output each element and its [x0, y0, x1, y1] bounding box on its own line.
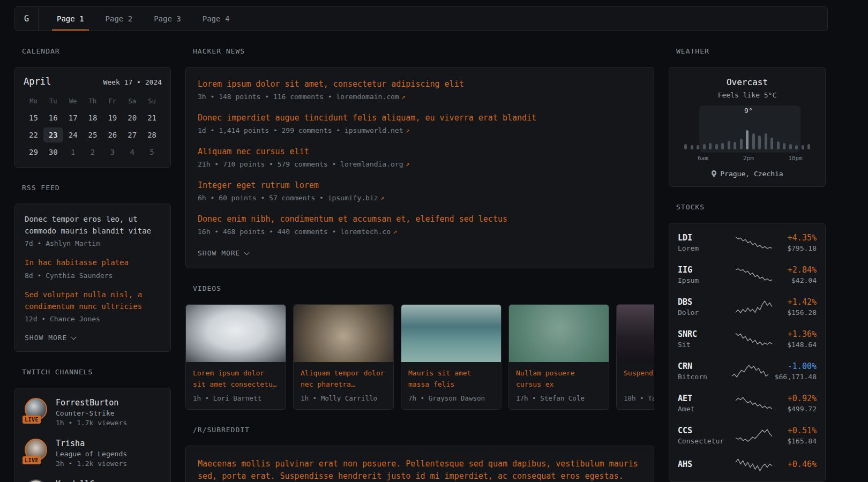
stock-symbol: IIG — [678, 265, 729, 275]
video-title-link[interactable]: Suspendisse diam — [624, 368, 654, 390]
calendar-day[interactable]: 29 — [24, 145, 43, 160]
rss-item-meta: 7d • Ashlyn Martin — [25, 239, 161, 247]
hn-item-link[interactable]: Aliquam nec cursus elit — [198, 147, 642, 156]
video-thumbnail[interactable] — [401, 305, 501, 362]
hn-item-link[interactable]: Donec enim nibh, condimentum et accumsan… — [198, 214, 642, 224]
stock-sparkline — [735, 458, 773, 472]
calendar-day[interactable]: 23 — [43, 127, 63, 142]
stock-row[interactable]: LDILorem +4.35%$795.18 — [669, 227, 825, 259]
tab-page-1[interactable]: Page 1 — [52, 7, 89, 31]
calendar-day[interactable]: 30 — [43, 145, 63, 160]
video-meta: 1h • Lori Barnett — [193, 394, 279, 402]
calendar-day[interactable]: 20 — [122, 110, 142, 125]
calendar-day-header: Su — [142, 94, 162, 108]
subreddit-post-link[interactable]: Maecenas mollis pulvinar erat non posuer… — [198, 458, 642, 482]
video-meta: 18h • Tara — [624, 394, 654, 402]
calendar-day[interactable]: 27 — [122, 127, 142, 142]
video-title-link[interactable]: Lorem ipsum dolor sit amet consectetu… — [193, 368, 279, 390]
video-thumbnail[interactable] — [186, 305, 286, 362]
stock-sparkline — [735, 428, 773, 442]
channel-name[interactable]: Trisha — [56, 439, 127, 448]
calendar-day[interactable]: 15 — [24, 110, 43, 125]
weather-time-label: 2pm — [743, 155, 754, 162]
stock-row[interactable]: CCSConsectetur +0.51%$165.84 — [669, 419, 825, 451]
channel-name[interactable]: KendallCarr — [56, 479, 109, 482]
hn-item: Donec enim nibh, condimentum et accumsan… — [198, 214, 642, 236]
twitch-channel-item[interactable]: KendallCarr — [25, 479, 161, 482]
stock-price: $42.04 — [788, 276, 817, 284]
stock-row[interactable]: CRNBitcorn -1.00%$66,171.48 — [669, 355, 825, 387]
hn-item-meta: 21h • 710 points • 579 comments • loreml… — [198, 160, 642, 168]
stock-change: +4.35% — [787, 233, 817, 243]
weather-hour-bar — [721, 143, 724, 149]
hn-item-link[interactable]: Integer eget rutrum lorem — [198, 180, 642, 190]
rss-item: Donec tempor eros leo, ut commodo mauris… — [25, 214, 161, 247]
stock-change: +1.36% — [787, 329, 817, 339]
stock-price: $795.18 — [787, 244, 817, 252]
chevron-down-icon — [244, 250, 250, 255]
stock-name: Ipsum — [678, 276, 729, 284]
video-title-link[interactable]: Nullam posuere cursus ex — [516, 368, 602, 390]
tab-page-2[interactable]: Page 2 — [101, 7, 138, 31]
video-card[interactable]: Suspendisse diam 18h • Tara — [616, 304, 654, 410]
external-link-icon[interactable]: ↗ — [406, 160, 410, 168]
rss-show-more-button[interactable]: SHOW MORE — [25, 333, 76, 343]
external-link-icon[interactable]: ↗ — [406, 126, 410, 134]
videos-row: Lorem ipsum dolor sit amet consectetu… 1… — [185, 304, 654, 410]
twitch-channel-item[interactable]: LIVE Trisha League of Legends 3h • 1.2k … — [25, 439, 161, 468]
hn-item: Aliquam nec cursus elit 21h • 710 points… — [198, 147, 642, 168]
rss-item-meta: 12d • Chance Jones — [25, 315, 161, 323]
calendar-day[interactable]: 18 — [83, 110, 103, 125]
stock-row[interactable]: SNRCSit +1.36%$148.64 — [669, 323, 825, 355]
video-title-link[interactable]: Aliquam tempor dolor nec pharetra… — [301, 368, 386, 390]
weather-peak-temp: 9° — [744, 107, 753, 115]
video-card[interactable]: Mauris sit amet massa felis 7h • Grayson… — [401, 304, 502, 410]
external-link-icon[interactable]: ↗ — [401, 93, 406, 101]
calendar-day[interactable]: 1 — [63, 145, 83, 160]
channel-name[interactable]: ForrestBurton — [56, 398, 127, 408]
stock-row[interactable]: IIGIpsum +2.84%$42.04 — [669, 259, 825, 291]
calendar-day[interactable]: 17 — [63, 110, 83, 125]
hn-item-link[interactable]: Lorem ipsum dolor sit amet, consectetur … — [198, 79, 642, 89]
stock-row[interactable]: AHS +0.46% — [669, 451, 825, 478]
video-thumbnail[interactable] — [617, 305, 654, 362]
calendar-day[interactable]: 16 — [43, 110, 63, 125]
hn-item-link[interactable]: Donec imperdiet augue tincidunt felis al… — [198, 113, 642, 123]
video-card[interactable]: Aliquam tempor dolor nec pharetra… 1h • … — [293, 304, 394, 410]
tab-page-3[interactable]: Page 3 — [149, 7, 186, 31]
tab-page-4[interactable]: Page 4 — [198, 7, 235, 31]
calendar-day[interactable]: 3 — [102, 145, 122, 160]
stock-row[interactable]: AETAmet +0.92%$499.72 — [669, 387, 825, 419]
stock-name: Lorem — [678, 244, 729, 252]
calendar-day[interactable]: 19 — [102, 110, 122, 125]
external-link-icon[interactable]: ↗ — [393, 228, 397, 236]
section-title-weather: WEATHER — [676, 47, 826, 55]
video-card[interactable]: Lorem ipsum dolor sit amet consectetu… 1… — [185, 304, 286, 410]
video-thumbnail[interactable] — [294, 305, 393, 362]
weather-time-label: 6am — [698, 155, 708, 162]
calendar-day[interactable]: 26 — [102, 127, 122, 142]
calendar-day[interactable]: 5 — [142, 145, 162, 160]
calendar-day[interactable]: 25 — [83, 127, 103, 142]
calendar-day[interactable]: 24 — [63, 127, 83, 142]
calendar-day[interactable]: 4 — [122, 145, 142, 160]
video-card[interactable]: Nullam posuere cursus ex 17h • Stefan Co… — [508, 304, 609, 410]
stock-sparkline — [735, 300, 773, 314]
hackernews-card: Lorem ipsum dolor sit amet, consectetur … — [185, 67, 654, 268]
calendar-day[interactable]: 2 — [83, 145, 103, 160]
hn-meta-text: 1d • 1,414 points • 299 comments • ipsum… — [198, 126, 403, 134]
stock-row[interactable]: DBSDolor +1.42%$156.28 — [669, 291, 825, 323]
external-link-icon[interactable]: ↗ — [380, 194, 385, 202]
rss-item-link[interactable]: In hac habitasse platea — [25, 257, 161, 269]
rss-item-link[interactable]: Sed volutpat nulla nisl, a condimentum n… — [25, 289, 161, 312]
video-title-link[interactable]: Mauris sit amet massa felis — [408, 368, 494, 390]
calendar-day[interactable]: 28 — [142, 127, 162, 142]
video-thumbnail[interactable] — [509, 305, 609, 362]
twitch-channel-item[interactable]: LIVE ForrestBurton Counter-Strike 1h • 1… — [25, 398, 161, 427]
hn-show-more-button[interactable]: SHOW MORE — [198, 248, 249, 258]
calendar-day[interactable]: 21 — [142, 110, 162, 125]
hn-item-meta: 16h • 468 points • 440 comments • loremt… — [198, 228, 642, 236]
rss-item-meta: 8d • Cynthia Saunders — [25, 272, 161, 280]
calendar-day[interactable]: 22 — [24, 127, 43, 142]
rss-item-link[interactable]: Donec tempor eros leo, ut commodo mauris… — [25, 214, 161, 237]
